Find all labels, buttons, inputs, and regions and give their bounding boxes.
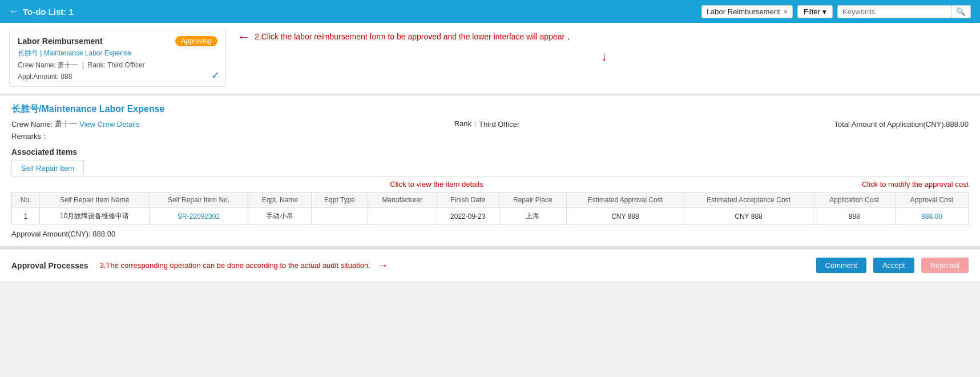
search-button[interactable]: 🔍 [951, 5, 971, 18]
filter-tag-label: Labor Reimbursement [707, 7, 780, 16]
card-title: Labor Reimbursement [18, 37, 103, 46]
approval-processes-label: Approval Processes [11, 261, 88, 270]
col-application-cost: Application Cost [813, 192, 896, 208]
table-body: 1 10月故障设备维修申请 SR-22092302 手动小吊 2022-09-2… [12, 208, 969, 225]
filter-tag-close[interactable]: × [784, 7, 788, 16]
arrow-right-icon: ← [237, 30, 250, 45]
cell-no: 1 [12, 208, 40, 225]
comment-button[interactable]: Comment [816, 258, 866, 273]
col-eqpt-type: Eqpt Type [312, 192, 368, 208]
filter-button-label: Filter [804, 7, 820, 16]
approval-amount-label: Approval Amount(CNY): [11, 230, 91, 238]
tab-bar: Self Repair Item [11, 160, 969, 177]
col-repair-place: Repair Place [499, 192, 567, 208]
crew-name-label: Crew Name: 萧十一 [18, 61, 78, 69]
repair-items-table: No. Self Repair Item Name Self Repair It… [11, 192, 969, 225]
col-no: No. [12, 192, 40, 208]
search-input[interactable] [837, 5, 951, 18]
table-annotation-row: Click to view the item details Click to … [11, 177, 969, 192]
card-sub-number: 长胜号 [18, 49, 38, 57]
bottom-middle: 3.The corresponding operation can be don… [88, 259, 816, 272]
card-sub: 长胜号 | Maintenance Labor Expense [18, 49, 217, 58]
filter-button[interactable]: Filter ▾ [797, 5, 833, 18]
cell-eqpt-name: 手动小吊 [248, 208, 312, 225]
remarks-row: Remarks： [11, 131, 969, 142]
card-check-icon: ✓ [211, 69, 220, 82]
rejected-button[interactable]: Rejected [921, 258, 969, 273]
crew-name-detail-label: Crew Name: [11, 120, 53, 129]
remarks-label: Remarks： [11, 131, 49, 142]
view-crew-details-link[interactable]: View Crew Details [79, 120, 139, 129]
associated-items-label: Associated Items [11, 147, 969, 157]
action-buttons: Comment Accept Rejected [816, 258, 969, 273]
col-eqpt-name: Eqpt. Name [248, 192, 312, 208]
total-label: Total Amount of Application(CNY): [834, 120, 946, 129]
card-container: Labor Reimbursement Approving 长胜号 | Main… [9, 30, 971, 87]
cell-no-link[interactable]: SR-22092302 [150, 208, 248, 225]
bottom-annotation-text: 3.The corresponding operation can be don… [100, 261, 370, 270]
approval-amount: Approval Amount(CNY): 888.00 [11, 230, 969, 238]
card-appl-amount: Appl.Amount: 888 [18, 73, 217, 81]
top-bar: ← To-do List: 1 Labor Reimbursement × Fi… [0, 0, 980, 23]
detail-title: 长胜号/Maintenance Labor Expense [11, 103, 969, 115]
search-icon: 🔍 [956, 7, 966, 16]
rank-label: Rank: Third Officer [87, 61, 144, 69]
detail-section: 长胜号/Maintenance Labor Expense Crew Name:… [0, 95, 980, 248]
cell-application-cost: 888 [813, 208, 896, 225]
cell-eqpt-type [312, 208, 368, 225]
table-annotation-left: Click to view the item details [295, 180, 579, 188]
card-crew-info: Crew Name: 萧十一 | Rank: Third Officer [18, 61, 217, 70]
table-header: No. Self Repair Item Name Self Repair It… [12, 192, 969, 208]
col-est-acceptance-cost: Estimated Acceptance Cost [684, 192, 813, 208]
labor-card[interactable]: Labor Reimbursement Approving 长胜号 | Main… [9, 30, 226, 87]
accept-button[interactable]: Accept [873, 258, 914, 273]
crew-name-detail-value: 萧十一 [55, 119, 77, 129]
col-self-repair-item-name: Self Repair Item Name [40, 192, 150, 208]
maintenance-expense-link[interactable]: Maintenance Labor Expense [44, 49, 131, 57]
cell-est-approval-cost: CNY 888 [567, 208, 684, 225]
arrow-down-icon: ↓ [601, 49, 607, 64]
page-title: To-do List: 1 [23, 7, 74, 17]
cell-repair-place: 上海 [499, 208, 567, 225]
approval-cost-link[interactable]: 888.00 [921, 212, 942, 220]
tab-self-repair-item[interactable]: Self Repair Item [11, 160, 84, 176]
bottom-arrow-right-icon: → [377, 259, 389, 272]
detail-crew-row: Crew Name: 萧十一 View Crew Details Rank： T… [11, 119, 969, 129]
col-est-approval-cost: Estimated Approval Cost [567, 192, 684, 208]
col-approval-cost: Approval Cost [896, 192, 969, 208]
cell-finish-date: 2022-09-23 [437, 208, 499, 225]
bottom-section: Approval Processes 3.The corresponding o… [0, 248, 980, 281]
top-bar-left: ← To-do List: 1 [9, 6, 74, 17]
back-arrow-icon[interactable]: ← [9, 6, 18, 17]
col-finish-date: Finish Date [437, 192, 499, 208]
cell-est-acceptance-cost: CNY 888 [684, 208, 813, 225]
filter-tag: Labor Reimbursement × [701, 5, 793, 18]
cell-manufacturer [368, 208, 437, 225]
annotation-row: ← 2.Click the labor reimbursement form t… [237, 30, 971, 45]
approval-amount-value: 888.00 [92, 230, 115, 238]
card-header: Labor Reimbursement Approving [18, 36, 217, 46]
cell-name: 10月故障设备维修申请 [40, 208, 150, 225]
annotation-area: ← 2.Click the labor reimbursement form t… [237, 30, 971, 64]
filter-dropdown-icon: ▾ [822, 7, 826, 16]
arrow-down-container: ↓ [237, 48, 971, 64]
total-value: 888.00 [946, 120, 969, 129]
col-self-repair-item-no: Self Repair Item No. [150, 192, 248, 208]
table-row: 1 10月故障设备维修申请 SR-22092302 手动小吊 2022-09-2… [12, 208, 969, 225]
rank-detail-label: Rank： [454, 119, 479, 129]
annotation-text-1: 2.Click the labor reimbursement form to … [255, 32, 572, 42]
top-bar-right: Labor Reimbursement × Filter ▾ 🔍 [701, 5, 971, 18]
card-section: Labor Reimbursement Approving 长胜号 | Main… [0, 23, 980, 95]
item-no-link[interactable]: SR-22092302 [178, 212, 220, 220]
table-annotation-right: Click to modify the approval cost [862, 180, 969, 188]
rank-detail-value: Third Officer [479, 120, 519, 129]
col-manufacturer: Manufacturer [368, 192, 437, 208]
cell-approval-cost[interactable]: 888.00 [896, 208, 969, 225]
approving-badge: Approving [175, 36, 217, 46]
